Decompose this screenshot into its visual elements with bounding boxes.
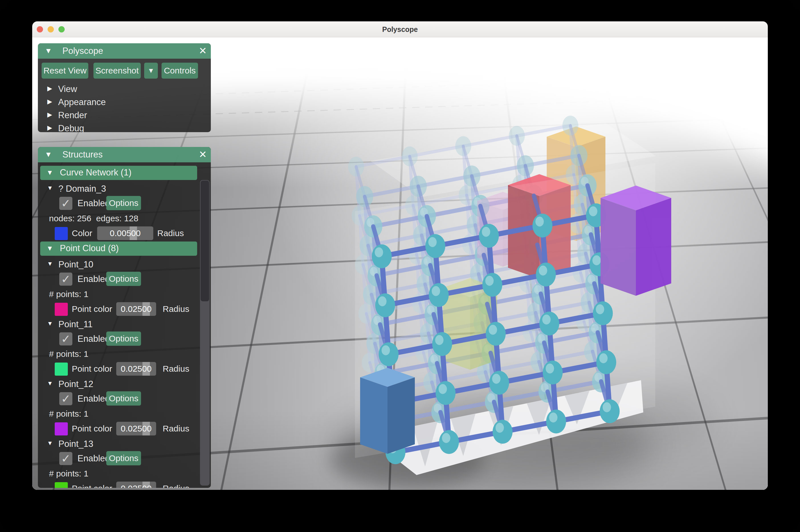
section-render[interactable]: ▶Render <box>38 109 211 122</box>
radius-value: 0.02500 <box>116 481 156 488</box>
enabled-label: Enabled <box>77 198 110 208</box>
section-label: Render <box>58 110 87 120</box>
structure-item-Point_10[interactable]: ▼Point_10 <box>38 258 198 272</box>
options-button[interactable]: Options <box>106 451 141 466</box>
radius-value: 0.02500 <box>116 422 156 435</box>
collapse-triangle-icon: ▼ <box>47 320 53 327</box>
stats-row: # points: 1 <box>38 467 198 481</box>
color-label: Point color <box>72 364 112 374</box>
color-swatch[interactable] <box>55 303 68 316</box>
radius-drag-input[interactable]: 0.02500 <box>116 422 156 435</box>
structure-name: Point_11 <box>58 319 93 329</box>
collapse-triangle-icon: ▼ <box>47 185 53 191</box>
radius-value: 0.02500 <box>116 362 156 376</box>
enabled-checkbox[interactable]: ✓ <box>59 197 72 210</box>
close-icon[interactable]: ✕ <box>199 45 207 56</box>
section-label: Debug <box>58 123 84 132</box>
group-header-point[interactable]: ▼Point Cloud (8) <box>40 242 197 256</box>
color-radius-row: Point color0.02500Radius <box>38 421 198 437</box>
color-radius-row: Point color0.02500Radius <box>38 362 198 377</box>
window-titlebar[interactable]: Polyscope <box>32 21 768 37</box>
structure-item-Point_13[interactable]: ▼Point_13 <box>38 437 198 451</box>
options-button[interactable]: Options <box>106 391 141 405</box>
options-button[interactable]: Options <box>106 331 141 346</box>
color-label: Color <box>72 228 92 238</box>
enabled-label: Enabled <box>77 394 110 404</box>
radius-unit-label: Radius <box>163 304 189 314</box>
group-label: Curve Network (1) <box>60 168 132 178</box>
color-label: Point color <box>72 483 112 488</box>
group-header-curve[interactable]: ▼Curve Network (1) <box>40 166 197 180</box>
stats-text: # points: 1 <box>49 469 88 478</box>
structures-panel-header[interactable]: ▼ Structures ✕ <box>38 147 211 162</box>
section-view[interactable]: ▶View <box>38 82 211 96</box>
chevron-right-icon: ▶ <box>47 111 52 118</box>
radius-drag-input[interactable]: 0.02500 <box>116 302 156 316</box>
color-swatch[interactable] <box>55 363 68 376</box>
group-label: Point Cloud (8) <box>60 243 119 253</box>
color-radius-row: Point color0.02500Radius <box>38 302 198 317</box>
stats-text: # points: 1 <box>49 409 88 419</box>
enabled-checkbox[interactable]: ✓ <box>59 392 72 405</box>
polyscope-sections: ▶View▶Appearance▶Render▶Debug <box>38 82 211 132</box>
stats-text: nodes: 256 edges: 128 <box>49 214 138 223</box>
enabled-options-row: ✓EnabledOptions <box>38 196 198 211</box>
radius-drag-input[interactable]: 0.00500 <box>97 226 153 240</box>
enabled-checkbox[interactable]: ✓ <box>59 332 72 345</box>
color-swatch[interactable] <box>55 482 68 488</box>
radius-drag-input[interactable]: 0.02500 <box>116 362 156 376</box>
screenshot-button[interactable]: Screenshot <box>93 63 141 79</box>
controls-button[interactable]: Controls <box>162 63 198 79</box>
section-debug[interactable]: ▶Debug <box>38 122 211 132</box>
options-button[interactable]: Options <box>106 196 141 210</box>
collapse-triangle-icon[interactable]: ▼ <box>45 150 52 159</box>
screenshot-dropdown-button[interactable]: ▼ <box>144 63 158 79</box>
structure-name: Point_12 <box>58 379 93 389</box>
close-icon[interactable]: ✕ <box>199 149 207 160</box>
collapse-triangle-icon[interactable]: ▼ <box>45 46 52 55</box>
polyscope-panel: ▼ Polyscope ✕ Reset View Screenshot ▼ Co… <box>38 43 211 132</box>
structure-name: Point_10 <box>58 260 93 270</box>
color-label: Point color <box>72 304 112 314</box>
panel-title: Structures <box>62 150 103 160</box>
chevron-right-icon: ▶ <box>47 85 52 92</box>
polyscope-panel-header[interactable]: ▼ Polyscope ✕ <box>38 43 211 59</box>
reset-view-button[interactable]: Reset View <box>42 63 88 79</box>
polyscope-app-window: Polyscope ▼ Polyscope ✕ Reset View <box>32 21 768 490</box>
radius-drag-input[interactable]: 0.02500 <box>116 481 156 488</box>
options-button[interactable]: Options <box>106 272 141 286</box>
structure-item-Point_11[interactable]: ▼Point_11 <box>38 317 198 331</box>
stats-row: # points: 1 <box>38 287 198 302</box>
structure-item-Point_12[interactable]: ▼Point_12 <box>38 377 198 391</box>
stats-row: nodes: 256 edges: 128 <box>38 211 198 226</box>
enabled-options-row: ✓EnabledOptions <box>38 451 198 467</box>
color-swatch[interactable] <box>55 227 68 240</box>
stats-text: # points: 1 <box>49 349 88 359</box>
chevron-right-icon: ▶ <box>47 124 52 132</box>
point-cube-blue <box>360 368 415 454</box>
scrollbar-thumb[interactable] <box>201 180 209 301</box>
section-appearance[interactable]: ▶Appearance <box>38 96 211 109</box>
structure-item-_Domain_3[interactable]: ▼? Domain_3 <box>38 182 198 196</box>
chevron-right-icon: ▶ <box>47 98 52 106</box>
color-radius-row: Point color0.02500Radius <box>38 481 198 488</box>
structures-scrollbar[interactable] <box>200 180 210 486</box>
enabled-label: Enabled <box>77 334 110 344</box>
desktop-background: Polyscope ▼ Polyscope ✕ Reset View <box>0 0 800 532</box>
collapse-triangle-icon: ▼ <box>46 169 53 176</box>
point-cube-purple <box>600 186 671 296</box>
stats-text: # points: 1 <box>49 289 88 299</box>
enabled-label: Enabled <box>77 274 110 284</box>
enabled-label: Enabled <box>77 453 110 464</box>
panel-title: Polyscope <box>62 46 103 56</box>
section-label: View <box>58 84 77 94</box>
collapse-triangle-icon: ▼ <box>46 244 53 252</box>
enabled-checkbox[interactable]: ✓ <box>59 452 72 465</box>
color-radius-row: Color0.00500Radius <box>38 226 198 242</box>
enabled-checkbox[interactable]: ✓ <box>59 272 72 286</box>
section-label: Appearance <box>58 97 106 107</box>
3d-viewport[interactable]: ▼ Polyscope ✕ Reset View Screenshot ▼ Co… <box>32 37 768 490</box>
structures-panel: ▼ Structures ✕ ▼Curve Network (1)▼? Doma… <box>38 147 211 488</box>
color-swatch[interactable] <box>55 422 68 435</box>
enabled-options-row: ✓EnabledOptions <box>38 331 198 347</box>
